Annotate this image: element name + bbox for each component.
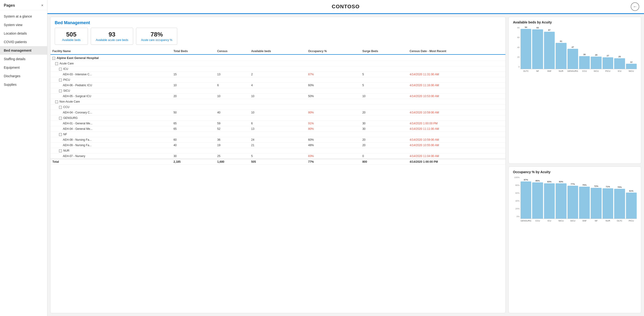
table-row: -Alpine East General Hospital [50, 54, 506, 61]
row-cell: 60% [306, 137, 360, 142]
row-cell [172, 104, 216, 110]
table-column-header: Total Beds [172, 48, 216, 54]
row-cell: 5 [360, 83, 408, 88]
row-cell: 80% [306, 110, 360, 115]
row-cell: 30 [172, 154, 216, 159]
sidebar-item[interactable]: COVID patients [0, 38, 47, 46]
row-cell [306, 104, 360, 110]
table-body: -Alpine East General Hospital-Acute Care… [50, 54, 506, 165]
row-name-cell: -Acute Care [50, 61, 172, 66]
bar [579, 56, 590, 69]
bar-column: 61 [556, 40, 566, 69]
bed-table: Facility NameTotal BedsCensusAvailable b… [50, 48, 506, 165]
row-cell: 4/14/2020 10:53:00 AM [408, 94, 506, 99]
occupancy-chart-card: Occupancy % by Acuity 100%80%60%40%20%0%… [508, 166, 641, 314]
sidebar-item[interactable]: System at a glance [0, 12, 47, 20]
bar [614, 58, 625, 69]
row-cell: 87% [306, 72, 360, 77]
bar [568, 49, 578, 69]
bar-x-label: GENSURG [520, 219, 532, 222]
bar [556, 43, 566, 69]
bar-column: 83% [556, 180, 566, 219]
row-cell [360, 88, 408, 94]
sidebar-item[interactable]: Staffing details [0, 55, 47, 63]
table-column-header: Available beds [249, 48, 306, 54]
bar [544, 183, 555, 219]
bar-x-label: NF [532, 69, 543, 72]
table-row: AEH-09 - Nursing Fa...40192148%204/14/20… [50, 142, 506, 148]
row-name-cell: -Alpine East General Hospital [50, 54, 172, 61]
bar-column: 29 [591, 54, 601, 69]
row-cell [172, 88, 216, 94]
y-axis-label: 80% [513, 184, 520, 186]
row-name-cell: Total [50, 159, 172, 165]
row-cell [249, 115, 306, 121]
row-cell [249, 54, 306, 61]
expand-icon[interactable]: - [59, 68, 62, 70]
row-cell [249, 148, 306, 154]
table-row: -ICU [50, 66, 506, 72]
row-cell [306, 99, 360, 104]
sidebar-item[interactable]: System view [0, 20, 47, 29]
expand-icon[interactable]: - [59, 90, 62, 92]
back-button[interactable]: ← [631, 2, 639, 11]
row-name-cell: AEH-03 - Intensive C... [50, 72, 172, 77]
row-name-cell: AEH-05 - Surgical ICU [50, 94, 172, 99]
sidebar-item[interactable]: Equipment [0, 63, 47, 72]
bar-x-label: SICU [568, 219, 578, 222]
bar-column: 30 [579, 53, 590, 69]
bed-table-container[interactable]: Facility NameTotal BedsCensusAvailable b… [50, 48, 506, 313]
row-cell: 83% [306, 154, 360, 159]
row-cell [408, 132, 506, 137]
row-cell [408, 77, 506, 83]
row-cell: 80% [306, 126, 360, 132]
row-cell: 6 [216, 83, 249, 88]
expand-icon[interactable]: - [55, 62, 58, 65]
expand-icon[interactable]: - [52, 57, 55, 60]
row-cell: 50 [172, 110, 216, 115]
bar-x-label: OLTC [520, 69, 531, 72]
row-cell: 91% [306, 121, 360, 126]
row-cell [216, 88, 249, 94]
table-column-header: Occupancy % [306, 48, 360, 54]
sidebar-close-button[interactable]: × [41, 4, 43, 7]
bar-value-label: 83% [559, 180, 563, 183]
summary-card: 505Available beds [55, 28, 88, 45]
sidebar-item[interactable]: Location details [0, 29, 47, 38]
row-cell: 5 [249, 154, 306, 159]
expand-icon[interactable]: - [59, 79, 62, 82]
expand-icon[interactable]: - [59, 133, 62, 136]
bar [532, 29, 543, 69]
row-cell [172, 99, 216, 104]
row-cell: 19 [216, 142, 249, 148]
row-name-cell: -GENSURG [50, 115, 172, 121]
occupancy-bars: 87%85%83%83%77%75%72%71%70%61% GENSURGCC… [520, 176, 637, 222]
row-cell [360, 77, 408, 83]
row-cell [360, 99, 408, 104]
bar-column: 75% [579, 184, 590, 219]
summary-label: Available acute care beds [96, 38, 128, 42]
bar-value-label: 27 [607, 54, 609, 57]
sidebar-title: Pages [4, 3, 15, 8]
bar-value-label: 71% [606, 186, 610, 188]
expand-icon[interactable]: - [59, 150, 62, 152]
row-cell [216, 77, 249, 83]
summary-label: Available beds [62, 38, 80, 42]
row-cell: 5 [360, 72, 408, 77]
expand-icon[interactable]: - [59, 106, 62, 109]
row-name-cell: AEH-08 - Nursing Fa... [50, 137, 172, 142]
sidebar-item[interactable]: Supplies [0, 80, 47, 89]
bar-value-label: 30 [583, 53, 586, 56]
expand-icon[interactable]: - [59, 117, 62, 120]
row-cell [306, 132, 360, 137]
occupancy-y-axis: 100%80%60%40%20%0% [513, 176, 520, 222]
row-cell: 52 [216, 126, 249, 132]
sidebar-item[interactable]: Discharges [0, 72, 47, 80]
sidebar-header: Pages × [0, 0, 47, 10]
bar-x-label: CCU [532, 219, 543, 222]
row-name-cell: -Non-Acute Care [50, 99, 172, 104]
sidebar-item[interactable]: Bed management [0, 46, 47, 55]
expand-icon[interactable]: - [55, 100, 58, 103]
available-beds-y-axis: 806040200 [513, 26, 520, 72]
y-axis-label: 60 [513, 36, 520, 38]
